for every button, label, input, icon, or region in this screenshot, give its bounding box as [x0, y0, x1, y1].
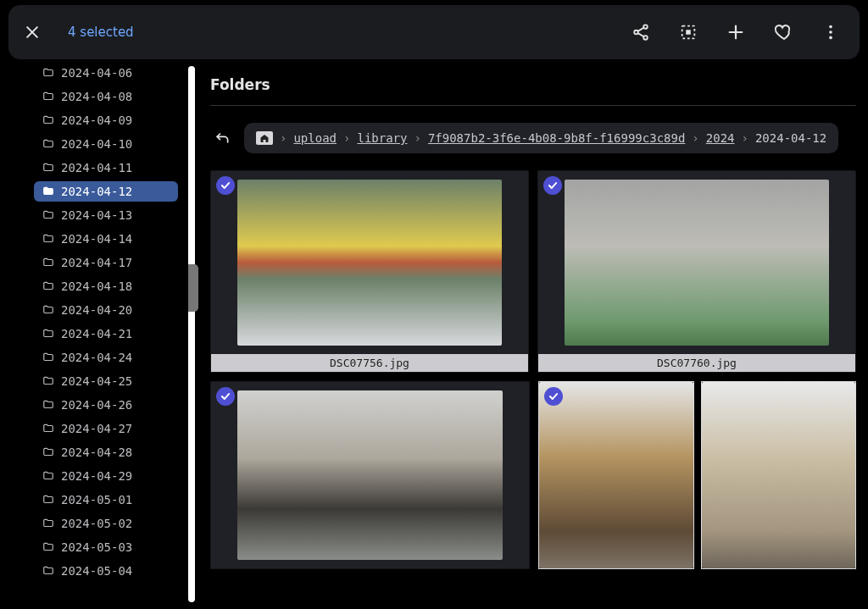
photo-thumbnail — [211, 382, 529, 568]
check-icon — [548, 390, 559, 402]
photo-card[interactable] — [701, 381, 857, 569]
sidebar-folder-item[interactable]: 2024-04-26 — [34, 395, 178, 415]
breadcrumb-current: 2024-04-12 — [755, 131, 826, 145]
sidebar-folder-item[interactable]: 2024-05-01 — [34, 490, 178, 510]
sidebar-folder-item[interactable]: 2024-04-08 — [34, 86, 178, 107]
sidebar-folder-item[interactable]: 2024-04-20 — [34, 300, 178, 320]
selection-check[interactable] — [216, 176, 235, 195]
sidebar-folder-label: 2024-04-29 — [61, 469, 132, 483]
topbar-left: 4 selected — [20, 20, 134, 44]
folder-icon — [42, 67, 54, 79]
sidebar-folder-label: 2024-04-11 — [61, 161, 132, 174]
sidebar-folder-item[interactable]: 2024-04-10 — [34, 134, 178, 154]
sidebar-folder-item[interactable]: 2024-04-17 — [34, 252, 178, 273]
folder-icon — [42, 304, 54, 316]
share-button[interactable] — [629, 20, 653, 44]
selection-check[interactable] — [543, 176, 562, 195]
folder-icon — [42, 446, 54, 458]
folder-icon — [42, 138, 54, 150]
sidebar-folder-item[interactable]: 2024-04-13 — [34, 205, 178, 225]
sidebar-folder-item[interactable]: 2024-04-25 — [34, 371, 178, 391]
sidebar-folder-label: 2024-04-08 — [61, 90, 132, 103]
photo-card[interactable] — [210, 381, 530, 569]
favorite-button[interactable] — [771, 20, 795, 44]
breadcrumb-link[interactable]: 2024 — [706, 131, 735, 145]
sidebar-folder-item[interactable]: 2024-04-14 — [34, 229, 178, 249]
folder-icon — [42, 518, 54, 529]
svg-line-6 — [638, 33, 644, 36]
check-icon — [220, 180, 231, 191]
selection-check[interactable] — [544, 387, 563, 406]
sidebar-folder-label: 2024-04-12 — [61, 185, 132, 198]
folder-icon — [42, 233, 54, 245]
photo-grid-row — [210, 381, 856, 569]
folder-icon — [42, 375, 54, 387]
folder-icon — [42, 162, 54, 174]
sidebar-folder-item[interactable]: 2024-04-18 — [34, 276, 178, 296]
chevron-right-icon: › — [280, 131, 287, 145]
sidebar-folder-item[interactable]: 2024-04-24 — [34, 347, 178, 368]
folder-icon — [42, 470, 54, 482]
chevron-right-icon: › — [343, 131, 350, 145]
sidebar-folder-item[interactable]: 2024-05-03 — [34, 537, 178, 557]
breadcrumb-back-button[interactable] — [210, 126, 234, 150]
svg-point-13 — [829, 36, 832, 40]
check-icon — [220, 390, 231, 402]
home-icon — [259, 134, 270, 142]
section-title: Folders — [210, 76, 856, 93]
topbar-actions — [629, 20, 848, 44]
sidebar-folder-item[interactable]: 2024-04-21 — [34, 324, 178, 344]
folder-icon — [42, 209, 54, 221]
add-button[interactable] — [724, 20, 748, 44]
sidebar-folder-label: 2024-04-25 — [61, 374, 132, 388]
photo-pair — [538, 381, 856, 569]
selection-check[interactable] — [216, 387, 235, 406]
breadcrumb-link[interactable]: upload — [293, 131, 337, 145]
folder-sidebar[interactable]: 2024-04-062024-04-082024-04-092024-04-10… — [0, 59, 185, 609]
sidebar-folder-label: 2024-05-04 — [61, 564, 132, 578]
sidebar-folder-label: 2024-04-17 — [61, 256, 132, 269]
folder-icon — [42, 91, 54, 102]
sidebar-folder-item[interactable]: 2024-05-02 — [34, 513, 178, 534]
chevron-right-icon: › — [742, 131, 748, 145]
sidebar-folder-label: 2024-05-01 — [61, 493, 132, 507]
breadcrumb-link[interactable]: 7f9087b2-3f6e-4b08-9b8f-f16999c3c89d — [428, 131, 685, 145]
sidebar-folder-item[interactable]: 2024-05-04 — [34, 561, 178, 581]
breadcrumb-home-button[interactable] — [256, 131, 273, 145]
breadcrumb: ›upload›library›7f9087b2-3f6e-4b08-9b8f-… — [244, 123, 838, 153]
photo-thumbnail — [539, 382, 693, 568]
sidebar-folder-item[interactable]: 2024-04-27 — [34, 418, 178, 439]
main-pane[interactable]: Folders ›upload›library›7f9087b2-3f6e-4b… — [198, 59, 868, 609]
breadcrumb-row: ›upload›library›7f9087b2-3f6e-4b08-9b8f-… — [210, 123, 856, 153]
folder-icon — [42, 541, 54, 553]
photo-thumbnail — [538, 171, 855, 354]
breadcrumb-link[interactable]: library — [357, 131, 407, 145]
sidebar-resize-handle[interactable] — [188, 66, 195, 602]
more-button[interactable] — [819, 20, 843, 44]
folder-icon — [42, 185, 54, 197]
check-icon — [547, 180, 559, 191]
sidebar-folder-label: 2024-04-10 — [61, 137, 132, 151]
folder-icon — [42, 399, 54, 411]
sidebar-folder-item[interactable]: 2024-04-11 — [34, 158, 178, 178]
photo-thumbnail — [702, 382, 856, 568]
select-all-button[interactable] — [676, 20, 700, 44]
sidebar-folder-item[interactable]: 2024-04-06 — [34, 63, 178, 83]
sidebar-folder-label: 2024-04-18 — [61, 280, 132, 293]
sidebar-folder-item[interactable]: 2024-04-09 — [34, 110, 178, 130]
photo-card[interactable]: DSC07760.jpg — [537, 170, 856, 373]
share-icon — [632, 23, 650, 42]
svg-point-11 — [829, 25, 832, 29]
photo-thumbnail — [211, 171, 528, 354]
close-selection-button[interactable] — [20, 20, 44, 44]
photo-card[interactable]: DSC07756.jpg — [210, 170, 529, 373]
sidebar-folder-item[interactable]: 2024-04-29 — [34, 466, 178, 486]
sidebar-folder-item[interactable]: 2024-04-12 — [34, 181, 178, 202]
plus-icon — [726, 23, 745, 42]
photo-card[interactable] — [538, 381, 694, 569]
svg-point-12 — [829, 30, 832, 34]
sidebar-folder-label: 2024-05-03 — [61, 540, 132, 554]
sidebar-folder-item[interactable]: 2024-04-28 — [34, 442, 178, 462]
sidebar-folder-label: 2024-05-02 — [61, 517, 132, 530]
sidebar-folder-label: 2024-04-06 — [61, 66, 132, 80]
